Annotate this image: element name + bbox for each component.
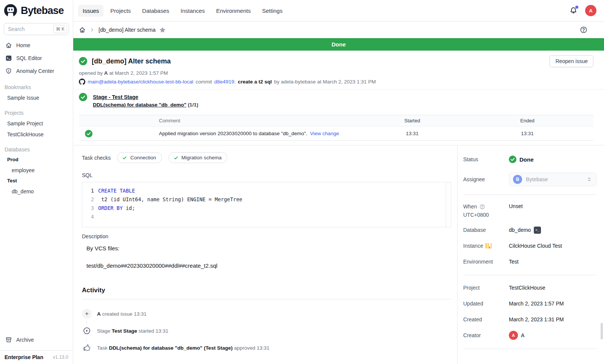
project-row: Project TestClickHouse [463, 283, 596, 293]
sidebar-item-db-demo[interactable]: db_demo [0, 186, 73, 197]
stage-title-link[interactable]: Stage - Test Stage [93, 93, 198, 101]
assignee-select[interactable]: B Bytebase [509, 173, 596, 186]
activity-item-task-approved: Task DDL(schema) for database "db_demo" … [82, 343, 451, 353]
creator-row: Creator A A [463, 330, 596, 340]
selector-chevrons-icon [586, 176, 592, 182]
tab-databases[interactable]: Databases [138, 5, 174, 17]
reopen-issue-button[interactable]: Reopen issue [550, 55, 593, 67]
description-body[interactable]: By VCS files: test/db_demo##202303020000… [86, 245, 451, 269]
stage-done-check-icon [79, 93, 87, 109]
plan-version: v1.13.0 [53, 355, 68, 360]
plan-name: Enterprise Plan [5, 354, 43, 360]
topbar-right: A [569, 5, 596, 16]
col-header-comment: Comment [159, 118, 363, 123]
star-icon[interactable] [159, 26, 166, 34]
main-column: Issues Projects Databases Instances Envi… [73, 0, 604, 364]
open-sql-editor-icon[interactable]: >_ [534, 227, 541, 234]
commit-author: by adela-bytebase at March 2, 2023 1:31 … [274, 79, 376, 85]
archive-icon [5, 336, 12, 343]
assignee-row: Assignee B Bytebase [463, 173, 596, 186]
table-header-row: Comment Started Ended [79, 115, 593, 126]
tab-settings[interactable]: Settings [257, 5, 287, 17]
bytebase-logo-icon [3, 3, 18, 18]
tab-projects[interactable]: Projects [106, 5, 135, 17]
bytebase-logo[interactable]: Bytebase [0, 0, 73, 21]
code-scrollbar[interactable] [446, 182, 451, 227]
project-label: Project [463, 285, 509, 291]
status-label: Status [463, 156, 509, 162]
question-circle-icon [479, 204, 485, 210]
issue-meta: opened by A at March 2, 2023 1:57 PM [79, 70, 593, 76]
description-line-1: By VCS files: [86, 245, 451, 251]
plan-row[interactable]: Enterprise Plan v1.13.0 [0, 350, 73, 364]
issue-opener: A [104, 70, 108, 76]
environment-row: Environment Test [463, 257, 596, 267]
terminal-icon [5, 55, 12, 62]
top-navbar: Issues Projects Databases Instances Envi… [73, 0, 604, 21]
task-checks-label: Task checks [82, 155, 111, 161]
commit-hash-link[interactable]: d8e4919: [214, 79, 236, 85]
sidebar-item-testclickhouse[interactable]: TestClickHouse [0, 129, 73, 140]
sidebar-item-home[interactable]: Home [0, 39, 73, 52]
commit-line: main@adela-bytebase/clickhouse-test-bb-l… [79, 79, 593, 85]
commit-message: create a t2 sql [238, 79, 272, 85]
sidebar-item-anomaly-center[interactable]: Anomaly Center [0, 65, 73, 77]
view-change-link[interactable]: View change [310, 131, 339, 136]
project-value: TestClickHouse [509, 285, 545, 291]
description-label: Description [82, 233, 451, 239]
database-row: Database db_demo >_ [463, 225, 596, 235]
page-scrollbar-thumb[interactable] [601, 323, 603, 339]
play-circle-icon [82, 326, 92, 336]
tab-issues[interactable]: Issues [78, 5, 103, 17]
breadcrumb-home-icon[interactable] [79, 26, 86, 33]
sidebar-item-sample-issue[interactable]: Sample Issue [0, 92, 73, 103]
sidebar-item-archive[interactable]: Archive [0, 333, 73, 346]
updated-row: Updated March 2, 2023 1:57 PM [463, 299, 596, 308]
table-row: Applied migration version 202303020000 t… [79, 126, 593, 140]
database-label: Database [463, 227, 509, 233]
check-pill-connection[interactable]: Connection [117, 152, 162, 163]
sidebar-section-projects: Projects [0, 108, 73, 118]
check-pill-migration-schema[interactable]: Migration schema [168, 152, 228, 163]
issue-header: [db_demo] Alter schema Reopen issue open… [73, 51, 604, 89]
plus-icon: + [82, 309, 92, 319]
tab-instances[interactable]: Instances [176, 5, 209, 17]
activity-title: Activity [82, 287, 451, 294]
sidebar-db-group-prod: Prod [0, 154, 73, 165]
environment-value: Test [509, 259, 519, 265]
sidebar-section-databases: Databases [0, 145, 73, 154]
user-avatar[interactable]: A [585, 5, 596, 16]
tab-environments[interactable]: Environments [211, 5, 255, 17]
stage-task-link[interactable]: DDL(schema) for database "db_demo" [93, 102, 186, 108]
status-banner: Done [73, 38, 604, 51]
activity-divider [82, 299, 451, 299]
status-value: Done [519, 156, 534, 163]
ended-time: 13:31 [461, 131, 593, 136]
activity-list: + A created issue 13:31 Stage Test Stage… [82, 309, 451, 353]
sql-code-editor: 1CREATE TABLE 2 t2 (id UInt64, name Stri… [82, 182, 451, 227]
help-icon[interactable] [580, 26, 587, 34]
when-label: When [463, 202, 477, 211]
col-header-started: Started [363, 118, 461, 123]
row-success-check-icon [85, 130, 92, 137]
notification-bell-icon[interactable] [569, 6, 578, 15]
clickhouse-icon [485, 243, 492, 248]
vcs-branch-link[interactable]: main@adela-bytebase/clickhouse-test-bb-l… [88, 79, 193, 85]
sql-label: SQL [82, 172, 451, 178]
sidebar-item-sample-project[interactable]: Sample Project [0, 118, 73, 129]
sidebar-item-employee[interactable]: employee [0, 165, 73, 176]
sidebar-search: ⌘K [4, 23, 69, 35]
instance-label: Instance [463, 243, 483, 249]
when-row: When UTC+0800 Unset [463, 202, 596, 219]
creator-value: A [521, 332, 524, 338]
breadcrumb: [db_demo] Alter schema [73, 21, 604, 38]
nav-tabs: Issues Projects Databases Instances Envi… [78, 5, 287, 17]
creator-avatar: A [509, 331, 518, 340]
instance-value: CilckHouse Cloud Test [509, 243, 562, 249]
assignee-avatar: B [513, 175, 522, 184]
sidebar-item-label: SQL Editor [16, 55, 42, 61]
task-run-table: Comment Started Ended Applied migration … [79, 115, 593, 141]
assignee-label: Assignee [463, 176, 509, 182]
assignee-value: Bytebase [526, 176, 582, 182]
sidebar-item-sql-editor[interactable]: SQL Editor [0, 52, 73, 65]
